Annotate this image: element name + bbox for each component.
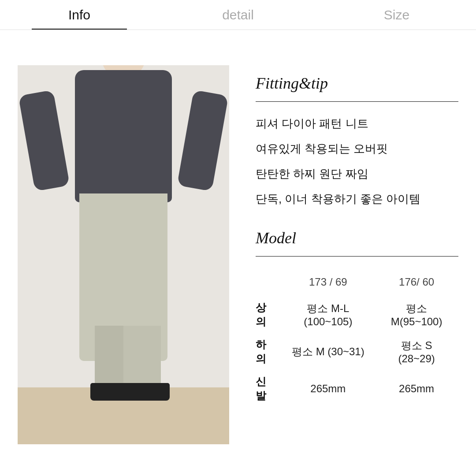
main-content: Fitting&tip 피셔 다이아 패턴 니트 여유있게 착용되는 오버핏 탄… — [0, 30, 476, 476]
model-row-shoes-val2: 265mm — [375, 370, 458, 407]
model-row-bottom-label: 하의 — [256, 333, 282, 370]
model-row-shoes-label: 신발 — [256, 370, 282, 407]
model-title: Model — [256, 229, 458, 247]
model-divider — [256, 256, 458, 257]
model-figure — [53, 70, 194, 387]
model-col-2: 176/ 60 — [375, 271, 458, 294]
tab-detail[interactable]: detail — [159, 0, 317, 30]
tab-info[interactable]: Info — [0, 0, 159, 30]
model-row-bottom-val1: 평소 M (30~31) — [282, 333, 375, 370]
tab-size[interactable]: Size — [317, 0, 476, 30]
model-row-bottom-val2: 평소 S (28~29) — [375, 333, 458, 370]
fitting-list: 피셔 다이아 패턴 니트 여유있게 착용되는 오버핏 탄탄한 하찌 원단 짜임 … — [256, 116, 458, 207]
model-row-top-label: 상의 — [256, 294, 282, 333]
fitting-divider — [256, 101, 458, 102]
fitting-item-1: 피셔 다이아 패턴 니트 — [256, 116, 458, 131]
model-row-shoes-val1: 265mm — [282, 370, 375, 407]
model-table-header-row: 173 / 69 176/ 60 — [256, 271, 458, 294]
product-image — [18, 65, 229, 444]
model-row-top-val2: 평소 M(95~100) — [375, 294, 458, 333]
model-row-top-val1: 평소 M-L (100~105) — [282, 294, 375, 333]
fitting-title: Fitting&tip — [256, 74, 458, 93]
fitting-section: Fitting&tip 피셔 다이아 패턴 니트 여유있게 착용되는 오버핏 탄… — [256, 74, 458, 207]
info-panel: Fitting&tip 피셔 다이아 패턴 니트 여유있게 착용되는 오버핏 탄… — [256, 65, 458, 458]
model-col-label-empty — [256, 271, 282, 294]
model-col-1: 173 / 69 — [282, 271, 375, 294]
model-table: 173 / 69 176/ 60 상의 평소 M-L (100~105) 평소 … — [256, 271, 458, 407]
fitting-item-3: 탄탄한 하찌 원단 짜임 — [256, 166, 458, 182]
model-row-bottom: 하의 평소 M (30~31) 평소 S (28~29) — [256, 333, 458, 370]
fitting-item-4: 단독, 이너 착용하기 좋은 아이템 — [256, 191, 458, 207]
model-section: Model 173 / 69 176/ 60 상의 평소 M-L (100~10… — [256, 229, 458, 407]
model-row-shoes: 신발 265mm 265mm — [256, 370, 458, 407]
model-row-top: 상의 평소 M-L (100~105) 평소 M(95~100) — [256, 294, 458, 333]
tab-bar: Info detail Size — [0, 0, 476, 30]
fitting-item-2: 여유있게 착용되는 오버핏 — [256, 141, 458, 156]
